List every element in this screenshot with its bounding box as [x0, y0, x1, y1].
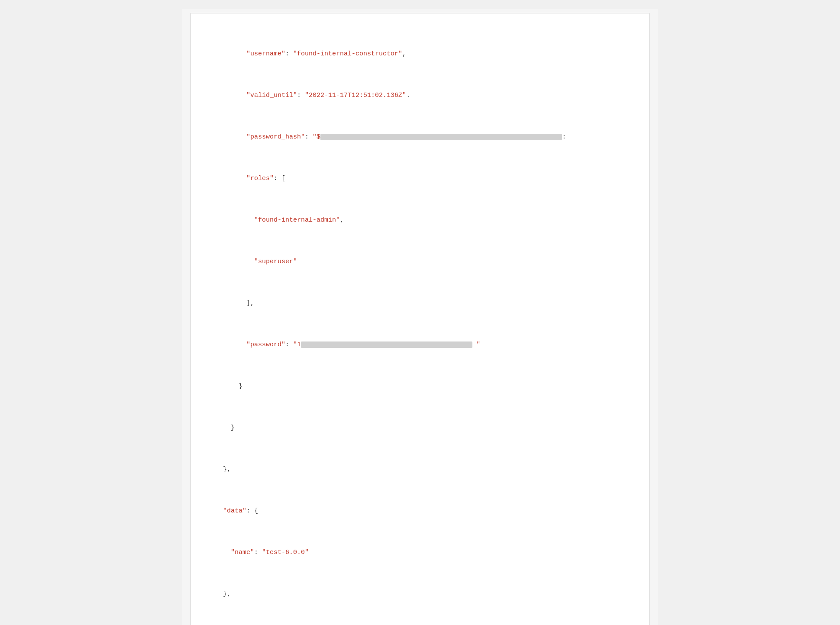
code-line: ], [200, 298, 640, 309]
json-value: "1 " [293, 341, 480, 348]
json-key: "roles" [246, 175, 274, 182]
code-line: "name": "test-6.0.0" [200, 548, 640, 558]
page-container: "username": "found-internal-constructor"… [182, 9, 658, 625]
json-value: "2022-11-17T12:51:02.136Z" [305, 92, 406, 99]
code-line: }, [200, 589, 640, 599]
redacted-value [301, 341, 472, 348]
code-line: }, [200, 464, 640, 475]
json-key: "name" [231, 549, 254, 556]
redacted-value [320, 134, 562, 140]
json-key-password-hash: "password_hash" [246, 133, 305, 141]
code-line: "found-internal-admin", [200, 215, 640, 226]
json-key: "valid_until" [246, 92, 297, 99]
code-editor: "username": "found-internal-constructor"… [191, 13, 649, 625]
json-key-password: "password" [246, 341, 285, 348]
json-value: "test-6.0.0" [262, 549, 309, 556]
code-line: "username": "found-internal-constructor"… [200, 49, 640, 59]
code-line: "superuser" [200, 257, 640, 267]
json-value: "$ [313, 133, 562, 141]
password-hash-line: "password_hash": "$ : [200, 132, 640, 142]
code-line: "valid_until": "2022-11-17T12:51:02.136Z… [200, 90, 640, 101]
password-line: "password": "1 " [200, 340, 640, 350]
json-key: "data" [223, 507, 246, 515]
code-line: "data": { [200, 506, 640, 516]
json-value: "found-internal-admin" [254, 216, 340, 224]
json-value: "superuser" [254, 258, 297, 265]
code-line: } [200, 381, 640, 392]
code-line: "roles": [ [200, 174, 640, 184]
code-line: } [200, 423, 640, 433]
json-key: "username" [246, 50, 285, 58]
json-value: "found-internal-constructor" [293, 50, 402, 58]
